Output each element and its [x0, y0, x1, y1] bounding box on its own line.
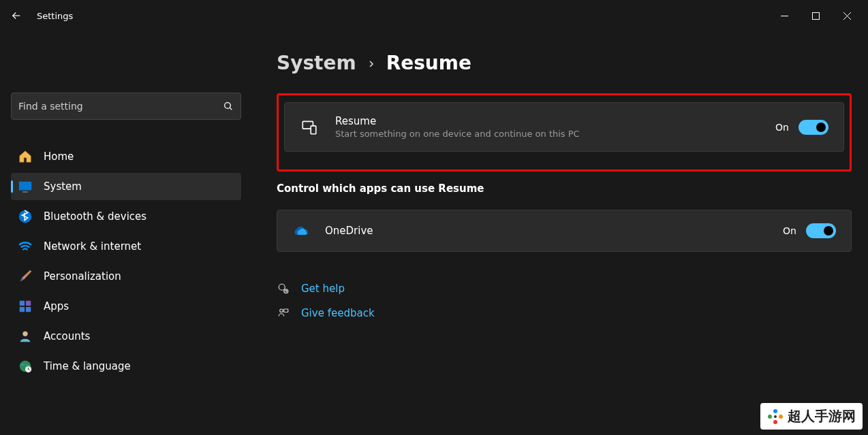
- brush-icon: [18, 269, 33, 284]
- svg-rect-1: [812, 12, 819, 19]
- svg-rect-9: [20, 307, 25, 312]
- bluetooth-icon: [18, 209, 33, 224]
- breadcrumb-parent[interactable]: System: [277, 52, 356, 74]
- svg-rect-4: [19, 182, 31, 191]
- close-button[interactable]: [831, 0, 863, 31]
- devices-icon: [300, 118, 319, 137]
- setting-description: Start something on one device and contin…: [335, 129, 775, 139]
- sidebar-item-label: Bluetooth & devices: [44, 210, 146, 223]
- svg-rect-15: [311, 125, 316, 133]
- sidebar-item-label: Time & language: [44, 360, 131, 372]
- svg-point-18: [280, 309, 283, 312]
- svg-point-17: [284, 289, 288, 293]
- svg-point-21: [768, 415, 772, 419]
- sidebar-item-label: Accounts: [44, 330, 90, 342]
- sidebar-item-label: Personalization: [44, 270, 121, 283]
- svg-rect-0: [781, 16, 788, 16]
- arrow-left-icon: [10, 10, 22, 22]
- sidebar-item-system[interactable]: System: [11, 173, 241, 200]
- maximize-icon: [812, 12, 820, 20]
- sidebar-item-label: Apps: [44, 300, 69, 312]
- app-name: OneDrive: [325, 225, 783, 237]
- toggle-value-label: On: [775, 122, 789, 133]
- search-box[interactable]: [11, 93, 241, 120]
- help-icon: [277, 282, 290, 295]
- svg-point-11: [22, 332, 27, 336]
- sidebar-item-network[interactable]: Network & internet: [11, 233, 241, 260]
- back-button[interactable]: [5, 5, 27, 27]
- sidebar-item-label: System: [44, 180, 82, 193]
- wifi-icon: [18, 239, 33, 254]
- svg-rect-10: [26, 307, 31, 312]
- sidebar-item-label: Network & internet: [44, 240, 141, 253]
- setting-title: Resume: [335, 115, 775, 127]
- give-feedback-link[interactable]: Give feedback: [277, 306, 852, 320]
- globe-icon: [18, 359, 33, 374]
- svg-point-16: [279, 284, 285, 290]
- sidebar-item-accounts[interactable]: Accounts: [11, 323, 241, 350]
- breadcrumb-current: Resume: [386, 52, 471, 74]
- svg-line-3: [230, 108, 232, 110]
- highlight-annotation: Resume Start something on one device and…: [277, 93, 852, 172]
- watermark-overlay: 超人手游网: [760, 403, 863, 430]
- toggle-value-label: On: [783, 225, 796, 236]
- chevron-right-icon: [366, 56, 377, 73]
- svg-rect-19: [284, 309, 288, 312]
- person-icon: [18, 329, 33, 344]
- minimize-icon: [781, 12, 788, 20]
- svg-rect-8: [26, 301, 31, 306]
- svg-point-23: [773, 420, 777, 424]
- onedrive-toggle[interactable]: [806, 223, 836, 238]
- svg-point-22: [779, 415, 783, 419]
- svg-point-20: [773, 409, 777, 413]
- maximize-button[interactable]: [800, 0, 831, 31]
- search-input[interactable]: [18, 101, 223, 112]
- watermark-logo-icon: [767, 408, 784, 425]
- resume-setting-row[interactable]: Resume Start something on one device and…: [284, 102, 844, 152]
- close-icon: [843, 12, 851, 20]
- apps-icon: [18, 299, 33, 314]
- sidebar-item-home[interactable]: Home: [11, 143, 241, 170]
- help-link-label: Give feedback: [301, 307, 375, 319]
- sidebar-item-bluetooth[interactable]: Bluetooth & devices: [11, 203, 241, 230]
- breadcrumb: System Resume: [277, 52, 852, 74]
- resume-toggle[interactable]: [799, 120, 828, 135]
- system-icon: [18, 179, 33, 194]
- feedback-icon: [277, 306, 290, 320]
- sidebar-item-personalization[interactable]: Personalization: [11, 263, 241, 290]
- sidebar-item-apps[interactable]: Apps: [11, 293, 241, 320]
- window-title: Settings: [37, 11, 73, 21]
- svg-rect-5: [22, 191, 27, 192]
- minimize-button[interactable]: [769, 0, 800, 31]
- get-help-link[interactable]: Get help: [277, 282, 852, 295]
- section-heading: Control which apps can use Resume: [277, 182, 852, 195]
- search-icon: [223, 101, 234, 112]
- sidebar-item-time-language[interactable]: Time & language: [11, 353, 241, 380]
- svg-point-24: [774, 415, 777, 418]
- svg-rect-7: [20, 301, 25, 306]
- help-link-label: Get help: [301, 283, 345, 295]
- sidebar-item-label: Home: [44, 150, 74, 163]
- app-row-onedrive[interactable]: OneDrive On: [277, 210, 852, 252]
- watermark-text: 超人手游网: [788, 407, 856, 425]
- svg-point-2: [225, 103, 231, 109]
- home-icon: [18, 149, 33, 164]
- onedrive-icon: [292, 223, 309, 239]
